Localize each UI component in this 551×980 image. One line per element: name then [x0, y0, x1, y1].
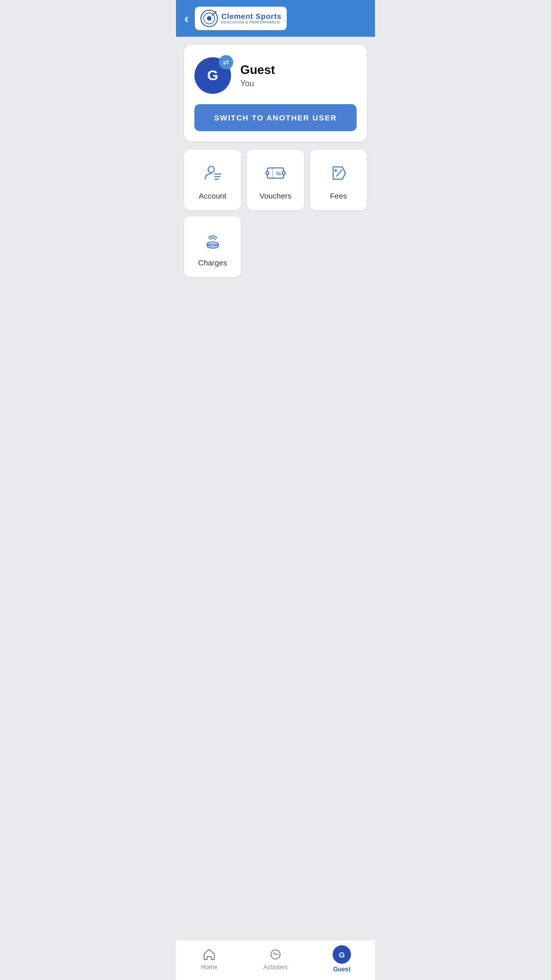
nav-item-guest[interactable]: G Guest: [309, 945, 375, 973]
vouchers-label: Vouchers: [260, 191, 292, 200]
account-icon: [202, 162, 224, 184]
fees-label: Fees: [330, 191, 347, 200]
vouchers-icon: %: [264, 162, 287, 184]
activities-nav-label: Activities: [263, 964, 287, 971]
activities-icon: [268, 947, 283, 962]
user-name: Guest: [240, 63, 275, 78]
switch-user-icon[interactable]: ⇄: [219, 55, 233, 69]
user-card: G ⇄ Guest You SWITCH TO ANOTHER USER: [184, 45, 367, 141]
menu-grid-top: Account % Vouchers: [184, 150, 367, 210]
logo: Clement Sports Education & Performance: [195, 7, 287, 30]
home-nav-label: Home: [201, 964, 217, 971]
avatar-wrapper: G ⇄: [194, 57, 231, 94]
charges-icon: [202, 229, 224, 251]
svg-point-6: [208, 166, 214, 173]
svg-point-12: [282, 172, 285, 175]
bottom-nav: Home Activities G Guest: [176, 940, 375, 980]
nav-item-activities[interactable]: Activities: [242, 947, 309, 971]
guest-nav-avatar: G: [333, 945, 351, 964]
svg-point-11: [266, 172, 269, 175]
user-name-group: Guest You: [240, 63, 275, 89]
account-label: Account: [199, 191, 227, 200]
main-content: G ⇄ Guest You SWITCH TO ANOTHER USER: [176, 37, 375, 318]
logo-subtitle: Education & Performance: [221, 20, 282, 24]
logo-icon: [200, 9, 218, 28]
guest-nav-label: Guest: [333, 966, 350, 973]
home-icon: [202, 947, 216, 962]
menu-grid-bottom: Charges: [184, 216, 367, 277]
back-button[interactable]: ‹: [184, 12, 189, 25]
menu-card-charges[interactable]: Charges: [184, 216, 241, 277]
fees-icon: [327, 162, 349, 184]
svg-line-16: [337, 170, 342, 176]
svg-rect-10: [267, 168, 284, 178]
svg-point-15: [335, 169, 337, 172]
svg-point-2: [207, 16, 211, 21]
switch-to-another-user-button[interactable]: SWITCH TO ANOTHER USER: [194, 104, 357, 131]
logo-brand-name: Clement Sports: [221, 12, 282, 21]
svg-text:%: %: [276, 170, 281, 177]
nav-item-home[interactable]: Home: [176, 947, 242, 971]
menu-card-fees[interactable]: Fees: [310, 150, 367, 210]
menu-card-account[interactable]: Account: [184, 150, 241, 210]
header: ‹ Clement Sports Education & Performance: [176, 0, 375, 37]
user-label: You: [240, 79, 275, 88]
menu-card-vouchers[interactable]: % Vouchers: [247, 150, 304, 210]
user-info: G ⇄ Guest You: [194, 57, 357, 94]
charges-label: Charges: [198, 258, 227, 267]
logo-text: Clement Sports Education & Performance: [221, 12, 282, 24]
